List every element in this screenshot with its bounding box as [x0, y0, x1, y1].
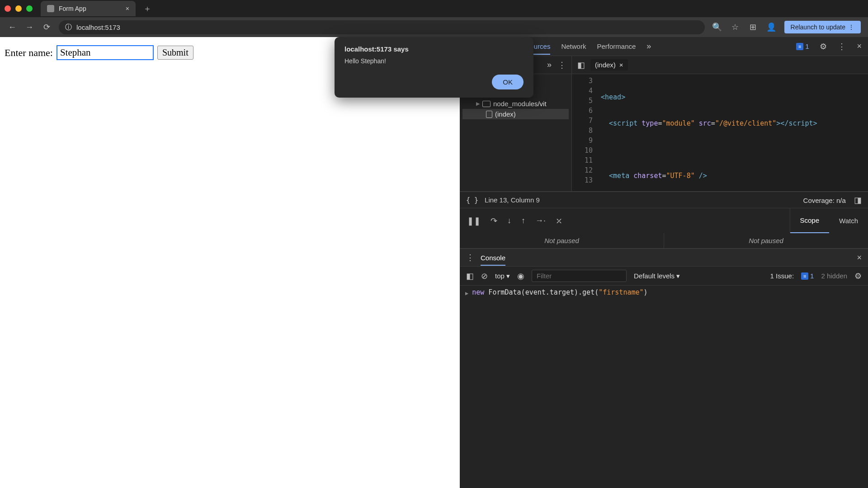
new-tab-button[interactable]: ＋ — [141, 2, 154, 15]
bookmark-icon[interactable]: ☆ — [730, 22, 740, 32]
browser-tab[interactable]: Form App × — [41, 1, 136, 16]
navigator-menu-icon[interactable]: ⋮ — [558, 60, 566, 70]
tab-network[interactable]: Network — [561, 42, 586, 50]
tree-file-index[interactable]: (index) — [462, 109, 569, 119]
more-panels-icon[interactable]: » — [547, 60, 552, 70]
devtools-panel: ents Console Sources Network Performance… — [460, 37, 868, 488]
name-label: Enter name: — [5, 47, 53, 59]
close-tab-button[interactable]: × — [126, 5, 129, 12]
console-toolbar: ◧ ⊘ top ▾ ◉ Default levels ▾ 1 Issue: ≡ … — [460, 267, 868, 286]
hidden-count: 2 hidden — [821, 272, 847, 280]
step-out-icon[interactable]: ↑ — [521, 216, 525, 225]
alert-title: localhost:5173 says — [344, 45, 524, 53]
live-expression-icon[interactable]: ◉ — [517, 271, 524, 281]
pause-button[interactable]: ❚❚ — [467, 216, 481, 226]
code-area[interactable]: 3 4 5 6 7 8 9 10 11 12 13 <head> — [572, 74, 868, 191]
callstack-not-paused: Not paused — [460, 233, 664, 248]
omnibox[interactable]: ⓘ localhost:5173 — [59, 20, 705, 34]
site-info-icon[interactable]: ⓘ — [65, 23, 72, 32]
source-editor: ◧ (index) × 3 4 5 6 7 8 9 10 — [572, 56, 868, 191]
debug-sidebar-tabs: Scope Watch — [790, 208, 868, 233]
paused-row: Not paused Not paused — [460, 233, 868, 249]
code-lines: <head> <script type="module" src="/@vite… — [597, 74, 868, 191]
folder-icon — [482, 101, 491, 107]
tab-title: Form App — [59, 5, 86, 12]
issues-chip-2[interactable]: ≡ 1 — [801, 272, 814, 280]
forward-button[interactable]: → — [24, 23, 34, 32]
debugger-toolbar: ❚❚ ↷ ↓ ↑ →· ⤫ Scope Watch — [460, 208, 868, 233]
tree-file-label: (index) — [495, 110, 516, 118]
caret-right-icon: ▶ — [476, 101, 480, 107]
maximize-window-button[interactable] — [26, 5, 33, 12]
extensions-icon[interactable]: ⊞ — [748, 22, 758, 32]
expand-caret-icon[interactable]: ▶ — [465, 290, 468, 296]
browser-chrome: Form App × ＋ ← → ⟳ ⓘ localhost:5173 🔍 ☆ … — [0, 0, 868, 37]
chevron-down-icon: ▾ — [506, 272, 510, 280]
toggle-sidebar-icon[interactable]: ◨ — [854, 196, 862, 205]
issue-badge-icon: ≡ — [796, 43, 803, 50]
minimize-window-button[interactable] — [15, 5, 22, 12]
console-settings-icon[interactable]: ⚙ — [854, 271, 862, 281]
tab-strip: Form App × ＋ — [0, 0, 868, 17]
js-alert-dialog: localhost:5173 says Hello Stephan! OK — [335, 37, 533, 98]
console-context[interactable]: top ▾ — [495, 272, 510, 280]
page-body: Enter name: Submit — [0, 37, 460, 488]
relaunch-label: Relaunch to update — [791, 23, 845, 31]
relaunch-button[interactable]: Relaunch to update ⋮ — [784, 21, 861, 33]
editor-tabs: ◧ (index) × — [572, 56, 868, 74]
step-icon[interactable]: →· — [535, 216, 546, 225]
url-text: localhost:5173 — [76, 23, 120, 31]
clear-console-icon[interactable]: ⊘ — [481, 271, 488, 281]
issue-label: 1 Issue: — [770, 272, 794, 280]
watch-tab[interactable]: Watch — [829, 208, 868, 233]
more-tabs-icon[interactable]: » — [646, 42, 651, 51]
settings-gear-icon[interactable]: ⚙ — [820, 42, 827, 52]
console-drawer-close-icon[interactable]: × — [857, 253, 862, 263]
tab-performance[interactable]: Performance — [597, 42, 636, 50]
favicon-icon — [47, 5, 54, 12]
content-row: Enter name: Submit ents Console Sources … — [0, 37, 868, 488]
pretty-print-icon[interactable]: { } — [466, 196, 478, 204]
console-output[interactable]: ▶ new FormData(event.target).get("firstn… — [460, 286, 868, 488]
close-window-button[interactable] — [5, 5, 11, 12]
address-bar: ← → ⟳ ⓘ localhost:5173 🔍 ☆ ⊞ 👤 Relaunch … — [0, 17, 868, 37]
devtools-menu-icon[interactable]: ⋮ — [838, 42, 846, 52]
log-levels-dropdown[interactable]: Default levels ▾ — [634, 272, 680, 280]
editor-status-bar: { } Line 13, Column 9 Coverage: n/a ◨ — [460, 192, 868, 208]
profile-icon[interactable]: 👤 — [766, 22, 776, 32]
console-sidebar-toggle-icon[interactable]: ◧ — [466, 271, 474, 281]
file-icon — [486, 111, 492, 118]
menu-icon: ⋮ — [848, 23, 854, 31]
tree-folder-label: node_modules/vit — [493, 100, 547, 108]
cursor-position: Line 13, Column 9 — [485, 196, 540, 204]
chevron-down-icon: ▾ — [676, 272, 680, 280]
devtools-close-icon[interactable]: × — [857, 42, 862, 51]
coverage-label: Coverage: n/a — [803, 197, 846, 204]
alert-ok-button[interactable]: OK — [492, 75, 524, 89]
console-drawer-title[interactable]: Console — [481, 254, 505, 266]
scope-tab[interactable]: Scope — [790, 208, 830, 233]
line-gutter: 3 4 5 6 7 8 9 10 11 12 13 — [572, 74, 597, 191]
console-line: ▶ new FormData(event.target).get("firstn… — [465, 288, 863, 296]
editor-tab-label: (index) — [595, 61, 616, 69]
drawer-menu-icon[interactable]: ⋮ — [466, 253, 474, 263]
scope-not-paused: Not paused — [664, 233, 868, 248]
reload-button[interactable]: ⟳ — [42, 22, 52, 32]
submit-button[interactable]: Submit — [157, 46, 193, 60]
console-filter-input[interactable] — [532, 270, 627, 282]
editor-tab-index[interactable]: (index) × — [590, 59, 628, 70]
editor-tab-close-icon[interactable]: × — [619, 61, 623, 69]
name-input[interactable] — [57, 45, 154, 60]
deactivate-breakpoints-icon[interactable]: ⤫ — [556, 216, 562, 226]
addr-right: 🔍 ☆ ⊞ 👤 Relaunch to update ⋮ — [712, 21, 861, 33]
alert-message: Hello Stephan! — [344, 57, 524, 65]
tree-folder-nodemodules[interactable]: ▶ node_modules/vit — [462, 99, 569, 109]
zoom-icon[interactable]: 🔍 — [712, 22, 722, 32]
toggle-navigator-icon[interactable]: ◧ — [577, 60, 585, 70]
back-button[interactable]: ← — [7, 23, 17, 32]
step-over-icon[interactable]: ↷ — [491, 216, 497, 226]
issue-count: 1 — [805, 42, 809, 50]
issues-chip[interactable]: ≡ 1 — [796, 42, 809, 50]
console-drawer-head: ⋮ Console × — [460, 249, 868, 267]
step-into-icon[interactable]: ↓ — [507, 216, 511, 225]
